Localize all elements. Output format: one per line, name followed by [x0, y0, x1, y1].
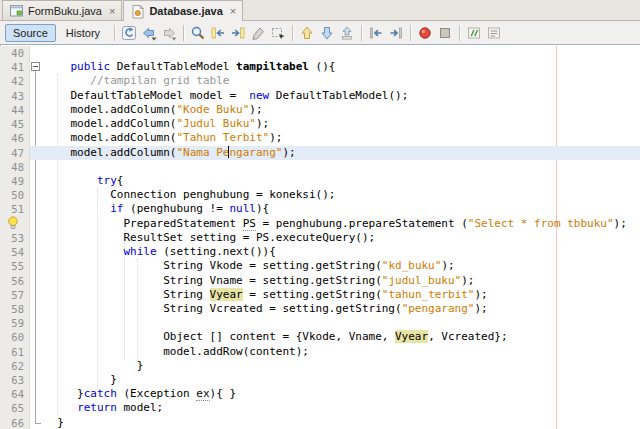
code-token: ngarang": [229, 146, 282, 159]
code-token: "tahun_terbit": [382, 288, 475, 301]
line-number: 43: [0, 89, 29, 103]
code-token: ){ }: [210, 387, 237, 400]
previous-bookmark-button[interactable]: [297, 23, 317, 43]
comment-icon: [466, 25, 482, 41]
code-line[interactable]: String Vkode = setting.getString("kd_buk…: [30, 259, 640, 273]
line-number: 55: [0, 259, 29, 273]
line-number: 40: [0, 46, 29, 60]
line-number: 65: [0, 401, 29, 415]
toolbar-separator: [292, 25, 293, 41]
forward-button[interactable]: [159, 23, 179, 43]
code-line[interactable]: }: [30, 359, 640, 373]
code-line[interactable]: [30, 46, 640, 60]
code-line[interactable]: model.addRow(content);: [30, 345, 640, 359]
code-token: String Vcreated = setting.getString(: [44, 302, 402, 315]
hint-bulb-icon[interactable]: [7, 216, 20, 232]
line-number: 54: [0, 245, 29, 259]
code-line[interactable]: PreparedStatement PS = penghubung.prepar…: [30, 217, 640, 231]
code-editor[interactable]: 4041424344454647484950515354555657585960…: [0, 46, 640, 429]
comment-button[interactable]: [464, 23, 484, 43]
previous-bookmark-icon: [299, 25, 315, 41]
code-token: PS: [243, 217, 256, 231]
code-area[interactable]: public DefaultTableModel tampiltabel (){…: [30, 46, 640, 429]
tab-label: Database.java: [149, 5, 222, 17]
close-icon[interactable]: ×: [109, 5, 115, 17]
code-token: catch: [84, 387, 117, 400]
source-button[interactable]: Source: [5, 24, 56, 42]
line-number: 60: [0, 330, 29, 344]
code-line[interactable]: String Vname = setting.getString("judul_…: [30, 274, 640, 288]
tab-formbuku-java[interactable]: FormBuku.java×: [2, 0, 122, 20]
code-line[interactable]: model.addColumn("Kode Buku");: [30, 103, 640, 117]
code-line[interactable]: }: [30, 373, 640, 387]
tab-database-java[interactable]: Database.java×: [123, 0, 243, 21]
close-icon[interactable]: ×: [230, 5, 236, 17]
line-number: 42: [0, 74, 29, 88]
find-selection-button[interactable]: [188, 23, 208, 43]
history-button[interactable]: History: [58, 24, 108, 42]
line-number: 51: [0, 202, 29, 216]
code-token: ){: [256, 202, 269, 215]
code-line[interactable]: }: [30, 416, 640, 429]
shift-line-right-button[interactable]: [386, 23, 406, 43]
code-line[interactable]: [30, 160, 640, 174]
code-token: model.addColumn(: [44, 103, 176, 116]
code-line[interactable]: ResultSet setting = PS.executeQuery();: [30, 231, 640, 245]
code-line[interactable]: [30, 316, 640, 330]
last-edit-button[interactable]: [119, 23, 139, 43]
code-token: (){: [309, 60, 336, 73]
find-previous-icon: [210, 25, 226, 41]
code-token: new: [249, 89, 269, 102]
code-line[interactable]: model.addColumn("Judul Buku");: [30, 117, 640, 131]
start-macro-recording-icon: [417, 25, 433, 41]
code-line[interactable]: //tampilan grid table: [30, 74, 640, 88]
code-token: "pengarang": [402, 302, 475, 315]
code-line[interactable]: public DefaultTableModel tampiltabel (){: [30, 60, 640, 74]
code-line[interactable]: model.addColumn("Nama Pengarang");: [30, 146, 640, 160]
code-token: null: [229, 202, 256, 215]
code-line[interactable]: String Vcreated = setting.getString("pen…: [30, 302, 640, 316]
code-token: (setting.next()){: [157, 245, 276, 258]
rectangular-selection-button[interactable]: [268, 23, 288, 43]
toggle-bookmark-icon: [339, 25, 355, 41]
code-line[interactable]: String Vyear = setting.getString("tahun_…: [30, 288, 640, 302]
code-token: [44, 174, 97, 187]
stop-macro-recording-button[interactable]: [435, 23, 455, 43]
code-line[interactable]: model.addColumn("Tahun Terbit");: [30, 131, 640, 145]
code-token: [44, 202, 110, 215]
code-token: String: [44, 288, 210, 301]
code-line[interactable]: }catch (Exception ex){ }: [30, 387, 640, 401]
next-bookmark-icon: [319, 25, 335, 41]
code-token: while: [123, 245, 156, 258]
line-number: 44: [0, 103, 29, 117]
code-token: if: [110, 202, 123, 215]
code-token: model.addColumn(: [44, 131, 176, 144]
shift-line-right-icon: [388, 25, 404, 41]
code-token: ResultSet setting = PS.executeQuery();: [44, 231, 375, 244]
back-button[interactable]: [139, 23, 159, 43]
shift-line-left-button[interactable]: [366, 23, 386, 43]
tab-bar: FormBuku.java×Database.java×: [0, 0, 640, 21]
line-number: 57: [0, 288, 29, 302]
code-line[interactable]: if (penghubung != null){: [30, 202, 640, 216]
find-previous-button[interactable]: [208, 23, 228, 43]
code-token: );: [614, 217, 627, 230]
find-next-button[interactable]: [228, 23, 248, 43]
tab-label: FormBuku.java: [28, 5, 102, 17]
code-line[interactable]: try{: [30, 174, 640, 188]
toggle-highlight-button[interactable]: [248, 23, 268, 43]
ide-window: FormBuku.java×Database.java× Source Hist…: [0, 0, 640, 429]
code-token: );: [269, 131, 282, 144]
code-line[interactable]: DefaultTableModel model = new DefaultTab…: [30, 89, 640, 103]
line-number: 48: [0, 160, 29, 174]
line-number: 50: [0, 188, 29, 202]
code-line[interactable]: Connection penghubung = koneksi();: [30, 188, 640, 202]
next-bookmark-button[interactable]: [317, 23, 337, 43]
toggle-bookmark-button[interactable]: [337, 23, 357, 43]
uncomment-button[interactable]: [484, 23, 504, 43]
code-line[interactable]: while (setting.next()){: [30, 245, 640, 259]
code-line[interactable]: return model;: [30, 401, 640, 415]
start-macro-recording-button[interactable]: [415, 23, 435, 43]
code-line[interactable]: Object [] content = {Vkode, Vname, Vyear…: [30, 330, 640, 344]
code-token: return: [77, 401, 117, 414]
